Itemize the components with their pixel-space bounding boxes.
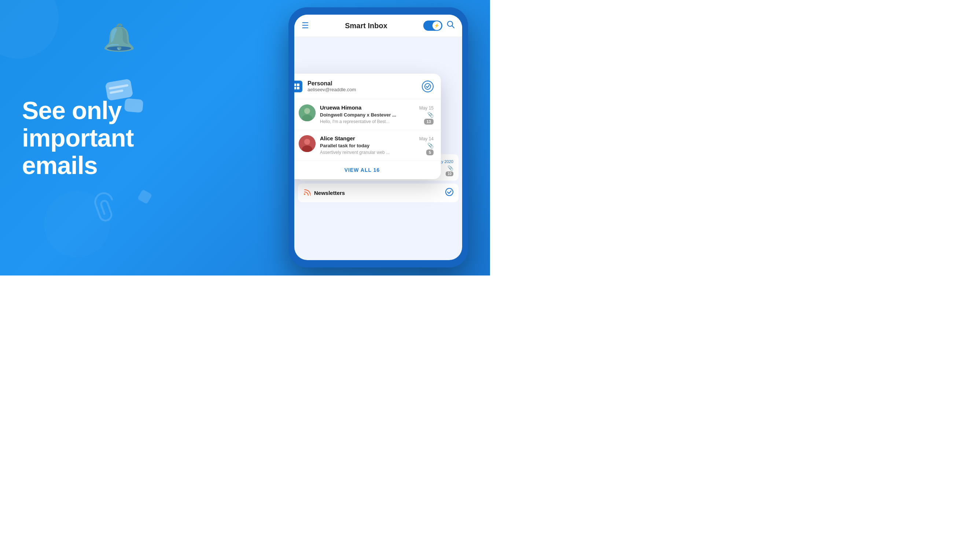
popup-header: Personal aeliseev@readdle.com bbox=[294, 74, 441, 99]
main-heading: See only important emails bbox=[22, 97, 134, 179]
smart-inbox-toggle[interactable]: ⚡ bbox=[423, 21, 442, 31]
svg-point-15 bbox=[304, 139, 310, 145]
account-icon bbox=[294, 81, 302, 92]
email-preview-1: Hello, I'm a representative of Best... bbox=[320, 119, 390, 124]
email-date-1: May 15 bbox=[419, 105, 434, 111]
newsletters-left: Newsletters bbox=[303, 188, 345, 197]
email-date-2: May 14 bbox=[419, 136, 434, 141]
email-content-1: Uruewa Himona May 15 Doingwell Company x… bbox=[320, 105, 434, 125]
svg-point-22 bbox=[445, 188, 453, 195]
account-check[interactable] bbox=[422, 81, 434, 92]
rss-icon bbox=[303, 188, 310, 197]
email-badge-2: 5 bbox=[426, 149, 434, 155]
phone-screen: ☰ Smart Inbox ⚡ bbox=[294, 15, 462, 260]
svg-rect-7 bbox=[297, 84, 299, 86]
svg-rect-9 bbox=[297, 87, 299, 89]
account-info: Personal aeliseev@readdle.com bbox=[307, 80, 417, 92]
email-item-2[interactable]: Alice Stanger May 14 Parallel task for t… bbox=[294, 130, 441, 161]
header-right: ⚡ bbox=[423, 21, 455, 31]
menu-icon[interactable]: ☰ bbox=[302, 21, 309, 30]
newsletters-row[interactable]: Newsletters bbox=[298, 184, 458, 202]
app-header: ☰ Smart Inbox ⚡ bbox=[294, 15, 462, 37]
svg-rect-6 bbox=[294, 84, 296, 86]
phone-frame: ☰ Smart Inbox ⚡ bbox=[288, 7, 468, 267]
toggle-knob: ⚡ bbox=[433, 21, 441, 30]
avatar-2 bbox=[299, 135, 315, 152]
email-item-1[interactable]: Uruewa Himona May 15 Doingwell Company x… bbox=[294, 99, 441, 130]
view-all-button[interactable]: VIEW ALL 16 bbox=[294, 161, 441, 179]
newsletters-check bbox=[445, 188, 453, 198]
popup-card: Personal aeliseev@readdle.com bbox=[294, 74, 441, 179]
email-subject-1: Doingwell Company x Bestever ... bbox=[320, 112, 396, 118]
henry-badge: 10 bbox=[445, 171, 453, 176]
newsletters-label: Newsletters bbox=[314, 190, 345, 196]
email-preview-2: Assertively reinvent granular web ... bbox=[320, 150, 390, 155]
view-all-label: VIEW ALL 16 bbox=[345, 167, 380, 173]
account-email: aeliseev@readdle.com bbox=[307, 87, 417, 92]
attachment-icon-1: 📎 bbox=[427, 112, 434, 118]
email-sender-2: Alice Stanger bbox=[320, 135, 355, 141]
henry-attachment-icon: 📎 bbox=[447, 165, 453, 171]
svg-point-10 bbox=[425, 84, 431, 89]
email-badge-1: 13 bbox=[424, 119, 434, 125]
svg-line-5 bbox=[452, 26, 454, 28]
svg-point-12 bbox=[304, 108, 310, 114]
email-subject-2: Parallel task for today bbox=[320, 143, 369, 148]
svg-rect-8 bbox=[294, 87, 296, 89]
avatar-1 bbox=[299, 105, 315, 121]
hero-text: See only important emails bbox=[22, 97, 134, 179]
attachment-icon-2: 📎 bbox=[427, 143, 434, 148]
account-name: Personal bbox=[307, 80, 417, 87]
svg-point-21 bbox=[304, 194, 305, 195]
app-content: Personal aeliseev@readdle.com bbox=[294, 37, 462, 260]
email-sender-1: Uruewa Himona bbox=[320, 105, 361, 111]
search-icon[interactable] bbox=[447, 21, 455, 31]
bell-icon: 🔔 bbox=[103, 22, 135, 53]
bolt-icon: ⚡ bbox=[434, 23, 439, 28]
app-title: Smart Inbox bbox=[345, 22, 387, 30]
email-content-2: Alice Stanger May 14 Parallel task for t… bbox=[320, 135, 434, 155]
